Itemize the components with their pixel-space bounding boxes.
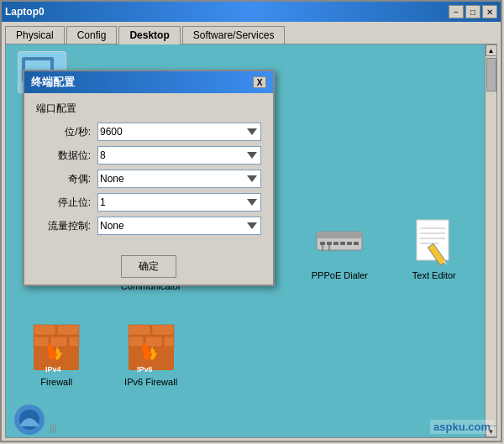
terminal-config-modal: 终端配置 X 端口配置 位/秒: 9600 19200 38400 115200 [23, 70, 275, 286]
form-label-baud: 位/秒: [36, 125, 91, 139]
form-label-flow: 流量控制: [36, 219, 91, 233]
tab-software[interactable]: Software/Services [182, 26, 286, 44]
form-row-parity: 奇偶: None Even Odd [36, 170, 261, 188]
watermark-prefix: aspku [433, 420, 465, 433]
modal-section-title: 端口配置 [36, 102, 261, 116]
desktop-tab-content: run C:\> CommandPrompt [5, 44, 497, 438]
modal-overlay: 终端配置 X 端口配置 位/秒: 9600 19200 38400 115200 [6, 44, 496, 437]
modal-body: 端口配置 位/秒: 9600 19200 38400 115200 数据位: [24, 93, 273, 248]
tab-desktop[interactable]: Desktop [118, 26, 180, 44]
close-window-button[interactable]: ✕ [482, 5, 497, 18]
tab-physical[interactable]: Physical [5, 26, 65, 44]
form-row-stop: 停止位: 1 2 [36, 193, 261, 212]
form-label-stop: 停止位: [36, 196, 91, 210]
tab-bar: Physical Config Desktop Software/Service… [2, 22, 501, 44]
form-row-baud: 位/秒: 9600 19200 38400 115200 [36, 123, 261, 141]
form-select-flow[interactable]: None XON/XOFF RTS/CTS [97, 217, 261, 235]
maximize-button[interactable]: □ [465, 5, 480, 18]
watermark: aspku.com [430, 420, 494, 434]
window-title: Laptop0 [5, 6, 45, 18]
watermark-suffix: .com [465, 420, 491, 433]
modal-title-text: 终端配置 [31, 75, 75, 90]
title-bar: Laptop0 − □ ✕ [2, 2, 501, 22]
main-window: Laptop0 − □ ✕ Physical Config Desktop So… [0, 0, 502, 442]
tab-config[interactable]: Config [66, 26, 118, 44]
form-label-data: 数据位: [36, 149, 91, 163]
minimize-button[interactable]: − [449, 5, 464, 18]
title-buttons: − □ ✕ [449, 5, 497, 18]
form-row-data: 数据位: 8 7 [36, 146, 261, 165]
form-select-data[interactable]: 8 7 [97, 146, 261, 165]
form-select-baud[interactable]: 9600 19200 38400 115200 [97, 123, 261, 141]
form-label-parity: 奇偶: [36, 172, 91, 186]
modal-close-button[interactable]: X [253, 76, 266, 88]
form-select-parity[interactable]: None Even Odd [97, 170, 261, 188]
form-select-stop[interactable]: 1 2 [97, 193, 261, 212]
modal-footer: 确定 [24, 248, 273, 285]
form-row-flow: 流量控制: None XON/XOFF RTS/CTS [36, 217, 261, 235]
modal-title-bar: 终端配置 X [24, 71, 273, 93]
modal-ok-button[interactable]: 确定 [121, 255, 176, 278]
